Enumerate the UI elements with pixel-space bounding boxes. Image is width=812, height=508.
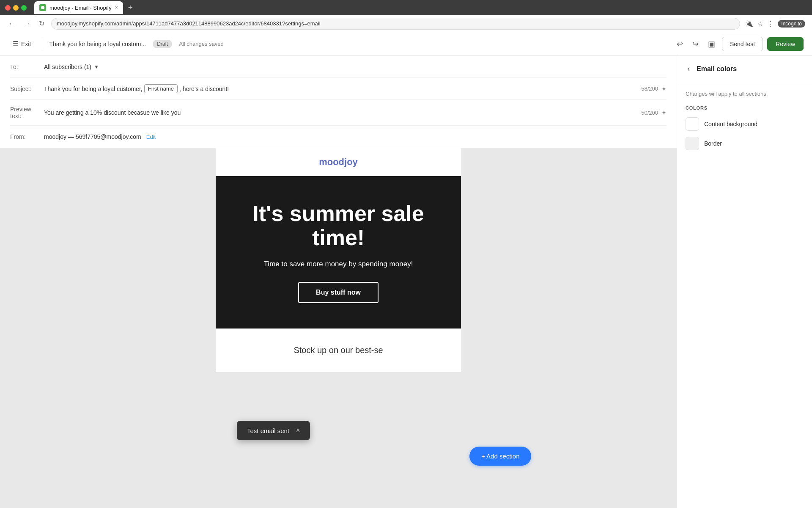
browser-nav: ← → ↻ moodjoy.myshopify.com/admin/apps/1… <box>0 15 812 32</box>
from-edit-link[interactable]: Edit <box>146 134 156 140</box>
browser-tab[interactable]: moodjoy · Email · Shopify × <box>34 1 123 14</box>
nav-icons: 🔌 ☆ ⋮ Incognito <box>745 20 805 28</box>
subscriber-dropdown[interactable]: All subscribers (1) ▼ <box>44 64 99 70</box>
content-background-label: Content background <box>704 121 757 127</box>
subject-field-row: Subject: Thank you for being a loyal cus… <box>10 78 667 100</box>
draft-badge: Draft <box>153 40 172 48</box>
preview-label: Preview text: <box>10 106 44 119</box>
forward-button[interactable]: → <box>22 18 32 29</box>
to-value: All subscribers (1) ▼ <box>44 64 667 70</box>
extension-icon[interactable]: 🔌 <box>745 20 753 28</box>
page-title: Thank you for being a loyal custom... <box>49 41 146 47</box>
new-tab-icon[interactable]: + <box>128 3 133 12</box>
to-field-row: To: All subscribers (1) ▼ <box>10 56 667 78</box>
to-label: To: <box>10 64 44 70</box>
editor-area: To: All subscribers (1) ▼ Subject: Thank… <box>0 56 677 508</box>
preview-edit-icon[interactable]: ✦ <box>661 109 667 116</box>
panel-title: Email colors <box>697 65 737 73</box>
from-name: moodjoy <box>44 133 66 140</box>
subject-value[interactable]: Thank you for being a loyal customer, Fi… <box>44 84 641 93</box>
cta-button[interactable]: Buy stuff now <box>298 282 379 303</box>
hero-title: It's summer sale time! <box>233 202 444 250</box>
redo-button[interactable]: ↪ <box>690 37 701 51</box>
panel-body: Changes will apply to all sections. COLO… <box>677 82 812 508</box>
border-label: Border <box>704 140 722 147</box>
preview-text: You are getting a 10% discount becasue w… <box>44 109 181 116</box>
send-test-button[interactable]: Send test <box>722 37 763 51</box>
svg-point-0 <box>41 6 44 9</box>
from-separator: — <box>68 133 74 140</box>
star-icon[interactable]: ☆ <box>757 20 763 28</box>
right-panel: ‹ Email colors Changes will apply to all… <box>677 56 812 508</box>
brand-name[interactable]: moodjoy <box>319 157 358 167</box>
border-row: Border <box>686 137 804 150</box>
maximize-dot[interactable] <box>21 5 27 11</box>
first-name-tag[interactable]: First name <box>144 84 178 93</box>
toolbar-right: ↩ ↪ ▣ Send test Review <box>674 37 804 51</box>
canvas-gutter-left <box>0 148 216 491</box>
preview-counter: 50/200 <box>641 110 658 116</box>
exit-label: Exit <box>21 41 31 47</box>
hero-section[interactable]: It's summer sale time! Time to save more… <box>216 176 461 329</box>
content-background-swatch[interactable] <box>686 117 699 131</box>
panel-back-button[interactable]: ‹ <box>686 63 691 75</box>
below-section[interactable]: Stock up on our best-se <box>216 329 461 372</box>
content-background-row: Content background <box>686 117 804 131</box>
device-preview-button[interactable]: ▣ <box>705 37 718 51</box>
subject-prefix: Thank you for being a loyal customer, <box>44 86 143 92</box>
colors-section-label: COLORS <box>686 105 804 110</box>
panel-header: ‹ Email colors <box>677 56 812 82</box>
url-bar[interactable]: moodjoy.myshopify.com/admin/apps/14711ad… <box>51 18 740 30</box>
exit-icon: ☰ <box>13 40 19 48</box>
preview-value[interactable]: You are getting a 10% discount becasue w… <box>44 109 641 116</box>
subject-suffix: , here's a discount! <box>179 86 229 92</box>
section-text: Stock up on our best-se <box>233 345 444 355</box>
preview-field-row: Preview text: You are getting a 10% disc… <box>10 100 667 126</box>
from-field-row: From: moodjoy — 569f7705@moodjoy.com Edi… <box>10 126 667 148</box>
toolbar-divider <box>42 39 42 49</box>
border-swatch[interactable] <box>686 137 699 150</box>
email-fields: To: All subscribers (1) ▼ Subject: Thank… <box>0 56 677 148</box>
email-canvas[interactable]: moodjoy It's summer sale time! Time to s… <box>0 148 677 508</box>
canvas-gutter-right: + Add section <box>461 148 677 491</box>
review-button[interactable]: Review <box>767 37 804 51</box>
app-toolbar: ☰ Exit Thank you for being a loyal custo… <box>0 32 812 56</box>
section-text-content: Stock up on our best-se <box>294 345 383 355</box>
add-section-button[interactable]: + Add section <box>469 447 531 466</box>
subject-label: Subject: <box>10 86 44 92</box>
from-label: From: <box>10 133 44 140</box>
browser-chrome: moodjoy · Email · Shopify × + <box>0 0 812 15</box>
main-layout: To: All subscribers (1) ▼ Subject: Thank… <box>0 56 812 508</box>
email-header-section[interactable]: moodjoy <box>216 148 461 176</box>
toast-message: Test email sent <box>247 427 289 434</box>
hero-subtitle: Time to save more money by spending mone… <box>233 260 444 268</box>
panel-subtitle: Changes will apply to all sections. <box>686 91 804 97</box>
exit-button[interactable]: ☰ Exit <box>8 37 35 50</box>
subscriber-text: All subscribers (1) <box>44 64 91 70</box>
from-value: moodjoy — 569f7705@moodjoy.com Edit <box>44 133 667 140</box>
menu-icon[interactable]: ⋮ <box>767 20 774 28</box>
back-button[interactable]: ← <box>7 18 17 29</box>
undo-button[interactable]: ↩ <box>674 37 686 51</box>
incognito-badge: Incognito <box>778 20 805 28</box>
email-content: moodjoy It's summer sale time! Time to s… <box>216 148 461 372</box>
toast-notification: Test email sent × <box>237 421 310 440</box>
from-email: 569f7705@moodjoy.com <box>76 133 141 140</box>
dropdown-arrow-icon: ▼ <box>94 64 99 70</box>
saved-status: All changes saved <box>179 41 224 47</box>
tab-title: moodjoy · Email · Shopify <box>49 5 112 11</box>
toast-close-button[interactable]: × <box>296 427 300 434</box>
refresh-button[interactable]: ↻ <box>37 18 46 29</box>
tab-favicon <box>39 4 46 11</box>
browser-dots <box>5 5 27 11</box>
close-dot[interactable] <box>5 5 11 11</box>
subject-edit-icon[interactable]: ✦ <box>661 86 667 92</box>
tab-close-icon[interactable]: × <box>115 5 118 11</box>
url-text: moodjoy.myshopify.com/admin/apps/14711ad… <box>57 20 321 27</box>
minimize-dot[interactable] <box>13 5 19 11</box>
subject-counter: 58/200 <box>641 86 658 92</box>
